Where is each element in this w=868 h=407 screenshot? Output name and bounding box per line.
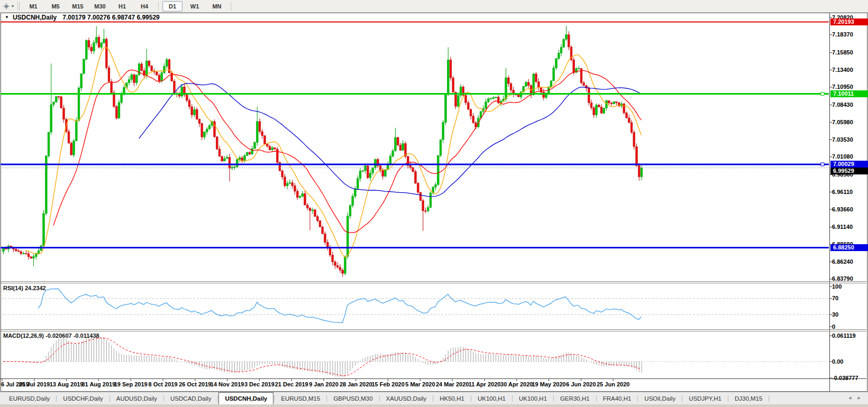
timeframe-button-d1[interactable]: D1 [162, 1, 182, 12]
toolbar-separator [158, 2, 159, 11]
chart-tab-ger30-h1[interactable]: GER30,H1 [554, 394, 596, 404]
timeframe-button-m1[interactable]: M1 [23, 1, 43, 12]
chart-tab-usoil-daily[interactable]: USOil,Daily [638, 394, 681, 404]
toolbar-separator [231, 2, 231, 11]
chart-tab-xauusd-daily[interactable]: XAUUSD,Daily [380, 394, 433, 404]
tab-separator [274, 395, 275, 402]
tab-separator [433, 395, 433, 402]
tab-separator [109, 395, 110, 402]
tab-scroll-arrows: ◂ ▸ [848, 394, 861, 401]
chart-tab-dj30-m15[interactable]: DJ30,M15 [729, 394, 768, 404]
timeframe-button-m30[interactable]: M30 [90, 1, 110, 12]
tool-dropdown-icon[interactable]: ▾ [12, 4, 14, 8]
timeframe-button-mn[interactable]: MN [207, 1, 227, 12]
chart-tab-gbpusd-m30[interactable]: GBPUSD,M30 [327, 394, 378, 404]
timeframe-buttons: M1M5M15M30H1H4D1W1MN [23, 1, 235, 12]
timeframe-button-h4[interactable]: H4 [134, 1, 154, 12]
tab-separator [326, 395, 327, 402]
window-menu-icon[interactable]: ▼ [5, 15, 9, 20]
tab-separator [769, 395, 769, 402]
tab-separator [728, 395, 728, 402]
tab-separator [217, 395, 218, 402]
rsi-indicator-label: RSI(14) 24.2342 [3, 285, 46, 291]
tab-scroll-left-icon[interactable]: ◂ [848, 394, 852, 401]
crosshair-tool-button[interactable]: ▾ [0, 1, 15, 11]
tab-separator [637, 395, 638, 402]
chart-tab-usdjpy-h1[interactable]: USDJPY,H1 [683, 394, 727, 404]
chart-tab-usdchf-daily[interactable]: USDCHF,Daily [57, 394, 108, 404]
chart-tab-usdcnh-daily[interactable]: USDCNH,Daily [218, 392, 273, 404]
tab-separator [56, 395, 57, 402]
crosshair-icon [3, 3, 10, 10]
macd-indicator-label: MACD(12,26,9) -0.020607 -0.011438 [3, 332, 99, 339]
tab-separator [163, 395, 164, 402]
tab-separator [596, 395, 597, 402]
tab-separator [379, 395, 380, 402]
chart-tab-uk100-h1[interactable]: UK100,H1 [472, 394, 511, 404]
timeframe-button-m15[interactable]: M15 [68, 1, 88, 12]
toolbar-grip[interactable] [17, 2, 20, 10]
chart-tab-usdcad-daily[interactable]: USDCAD,Daily [165, 394, 217, 404]
chart-tab-fra40-h1[interactable]: FRA40,H1 [597, 394, 637, 404]
chart-title: ▼ USDCNH,Daily 7.00179 7.00276 6.98747 6… [2, 14, 160, 21]
chart-tab-eurusd-m15[interactable]: EURUSD,M15 [275, 394, 326, 404]
chart-tab-eurusd-daily[interactable]: EURUSD,Daily [3, 394, 56, 404]
chart-tab-audusd-daily[interactable]: AUDUSD,Daily [111, 394, 163, 404]
chart-canvas[interactable] [0, 0, 868, 407]
tab-separator [553, 395, 554, 402]
timeframe-button-m5[interactable]: M5 [45, 1, 66, 12]
chart-tab-bar: EURUSD,DailyUSDCHF,DailyAUDUSD,DailyUSDC… [0, 392, 868, 404]
tab-scroll-right-icon[interactable]: ▸ [857, 394, 861, 401]
timeframe-button-h1[interactable]: H1 [112, 1, 132, 12]
symbol-period-label: USDCNH,Daily [13, 14, 57, 21]
ohlc-values: 7.00179 7.00276 6.98747 6.99529 [62, 14, 160, 21]
chart-tab-uk100-h1[interactable]: UK100,H1 [513, 394, 553, 404]
tab-separator [512, 395, 513, 402]
timeframe-button-w1[interactable]: W1 [185, 1, 205, 12]
tab-separator [682, 395, 682, 402]
chart-tab-hk50-h1[interactable]: HK50,H1 [434, 394, 470, 404]
toolbar: ▾ M1M5M15M30H1H4D1W1MN [0, 0, 868, 13]
tab-separator [471, 395, 471, 402]
